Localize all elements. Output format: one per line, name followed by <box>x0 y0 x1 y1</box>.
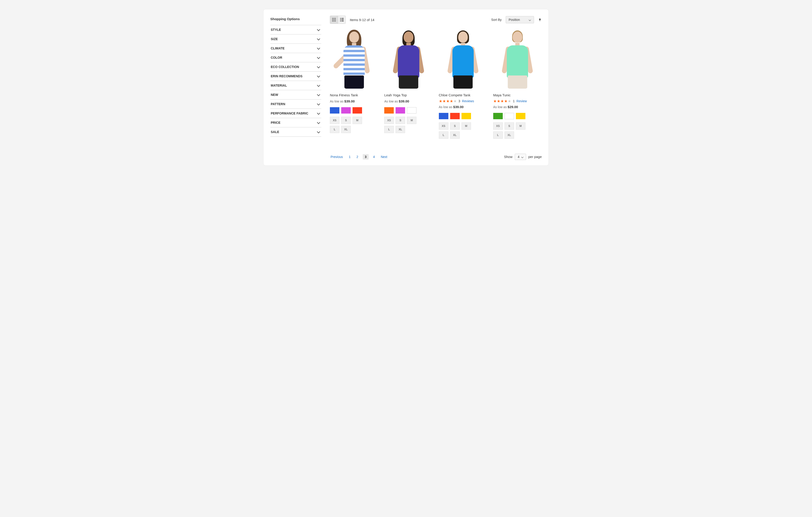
filter-pattern[interactable]: PATTERN <box>270 99 321 109</box>
grid-view-button[interactable] <box>330 16 338 24</box>
price: $39.00 <box>344 99 355 103</box>
star-icon: ★ <box>497 99 500 103</box>
product-name[interactable]: Chloe Compete Tank <box>439 93 487 97</box>
color-swatch[interactable] <box>396 107 405 114</box>
sidebar: Shopping Options STYLESIZECLIMATECOLOREC… <box>270 16 321 139</box>
filter-label: PATTERN <box>271 102 285 106</box>
size-option[interactable]: XL <box>341 126 351 133</box>
filter-new[interactable]: NEW <box>270 90 321 99</box>
filter-label: ECO COLLECTION <box>271 65 299 69</box>
size-option[interactable]: XS <box>330 117 339 124</box>
size-option[interactable]: L <box>330 126 339 133</box>
color-swatch[interactable] <box>516 113 525 119</box>
color-swatch[interactable] <box>493 113 503 119</box>
product-card: Nona Fitness TankAs low as $39.00XSSMLXL <box>330 30 378 139</box>
reviews-link[interactable]: Reviews <box>462 99 474 103</box>
color-swatch[interactable] <box>439 113 448 119</box>
size-option[interactable]: L <box>439 132 448 139</box>
per-page-control: Show 4 per page <box>504 154 542 160</box>
filter-label: NEW <box>271 93 278 96</box>
color-swatch[interactable] <box>352 107 362 114</box>
view-toggle <box>330 16 346 24</box>
color-swatch[interactable] <box>504 113 514 119</box>
product-name[interactable]: Leah Yoga Top <box>384 93 433 97</box>
product-image[interactable] <box>493 30 542 90</box>
size-option[interactable]: S <box>396 117 405 124</box>
filter-size[interactable]: SIZE <box>270 34 321 44</box>
filter-price[interactable]: PRICE <box>270 118 321 127</box>
size-option[interactable]: S <box>450 122 460 130</box>
color-swatch[interactable] <box>462 113 471 119</box>
filter-label: SALE <box>271 130 279 134</box>
size-options: XSSMLXL <box>493 122 532 139</box>
size-option[interactable]: M <box>516 122 525 130</box>
pagination-page[interactable]: 1 <box>347 154 352 160</box>
size-option[interactable]: XS <box>384 117 394 124</box>
size-option[interactable]: M <box>407 117 416 124</box>
filter-performance-fabric[interactable]: PERFORMANCE FABRIC <box>270 109 321 118</box>
product-image[interactable] <box>384 30 433 90</box>
color-swatch[interactable] <box>330 107 339 114</box>
size-option[interactable]: M <box>462 122 471 130</box>
sort-direction-toggle[interactable] <box>538 18 542 22</box>
filter-label: PRICE <box>271 121 281 124</box>
size-option[interactable]: XS <box>493 122 503 130</box>
star-icon: ★ <box>453 99 457 103</box>
size-option[interactable]: XL <box>504 132 514 139</box>
per-page-suffix: per page <box>528 155 542 159</box>
price-row: As low as $39.00 <box>330 99 378 103</box>
size-option[interactable]: S <box>504 122 514 130</box>
product-image[interactable] <box>330 30 378 90</box>
pagination-previous[interactable]: Previous <box>329 154 344 160</box>
filter-label: ERIN RECOMMENDS <box>271 74 302 78</box>
color-swatch[interactable] <box>341 107 351 114</box>
size-option[interactable]: S <box>341 117 351 124</box>
pagination-page[interactable]: 2 <box>355 154 359 160</box>
pagination-page[interactable]: 4 <box>372 154 376 160</box>
filter-sale[interactable]: SALE <box>270 127 321 137</box>
star-rating: ★★★★★ <box>439 99 457 103</box>
size-options: XSSMLXL <box>330 117 368 133</box>
sort-select[interactable]: Position <box>506 16 534 23</box>
product-image[interactable] <box>439 30 487 90</box>
product-card: Chloe Compete Tank★★★★★3ReviewsAs low as… <box>439 30 487 139</box>
size-option[interactable]: XL <box>450 132 460 139</box>
content-row: Shopping Options STYLESIZECLIMATECOLOREC… <box>270 16 542 139</box>
size-option[interactable]: M <box>352 117 362 124</box>
star-icon: ★ <box>439 99 442 103</box>
review-count: 1 <box>513 99 515 103</box>
chevron-down-icon <box>317 84 320 87</box>
filter-climate[interactable]: CLIMATE <box>270 44 321 53</box>
grid-icon <box>332 18 336 22</box>
product-name[interactable]: Maya Tunic <box>493 93 542 97</box>
reviews-link[interactable]: Review <box>517 99 527 103</box>
pagination-next[interactable]: Next <box>379 154 389 160</box>
per-page-select[interactable]: 4 <box>515 154 526 160</box>
filter-label: MATERIAL <box>271 84 287 87</box>
chevron-down-icon <box>317 28 320 31</box>
filter-color[interactable]: COLOR <box>270 53 321 62</box>
chevron-down-icon <box>317 93 320 96</box>
filter-eco-collection[interactable]: ECO COLLECTION <box>270 62 321 71</box>
catalog-card: Shopping Options STYLESIZECLIMATECOLOREC… <box>263 9 549 166</box>
chevron-down-icon <box>528 19 531 22</box>
per-page-show-label: Show <box>504 155 513 159</box>
filters-list: STYLESIZECLIMATECOLORECO COLLECTIONERIN … <box>270 25 321 137</box>
list-view-button[interactable] <box>338 16 346 24</box>
color-swatch[interactable] <box>384 107 394 114</box>
filter-material[interactable]: MATERIAL <box>270 81 321 90</box>
size-option[interactable]: XL <box>396 126 405 133</box>
chevron-down-icon <box>317 103 320 106</box>
filter-erin-recommends[interactable]: ERIN RECOMMENDS <box>270 71 321 81</box>
per-page-value: 4 <box>518 155 520 159</box>
size-option[interactable]: L <box>384 126 394 133</box>
color-swatch[interactable] <box>407 107 416 114</box>
product-name[interactable]: Nona Fitness Tank <box>330 93 378 97</box>
rating-row: ★★★★★3Reviews <box>439 99 487 103</box>
chevron-down-icon <box>317 121 320 124</box>
pagination: Previous1234Next <box>329 154 388 160</box>
size-option[interactable]: XS <box>439 122 448 130</box>
size-option[interactable]: L <box>493 132 503 139</box>
filter-style[interactable]: STYLE <box>270 25 321 34</box>
color-swatch[interactable] <box>450 113 460 119</box>
